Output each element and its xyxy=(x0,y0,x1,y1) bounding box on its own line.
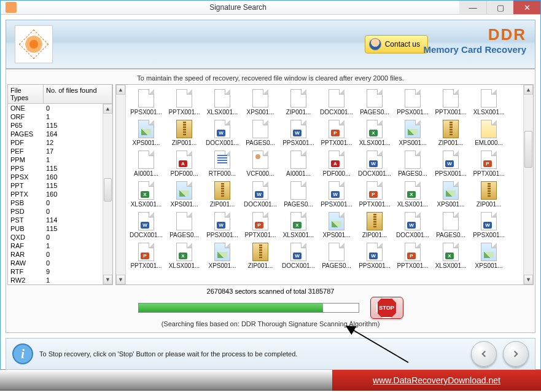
file-item[interactable]: XPS001... xyxy=(203,241,241,269)
file-item[interactable]: RTF000... xyxy=(203,149,241,177)
file-item[interactable]: WDOCX001... xyxy=(127,210,165,238)
next-button[interactable] xyxy=(503,341,529,367)
file-item[interactable]: PAGES0... xyxy=(241,118,279,146)
file-item[interactable]: XXLSX001... xyxy=(279,210,317,238)
file-item[interactable]: ZIP001... xyxy=(241,241,279,269)
file-item[interactable]: AI0001... xyxy=(127,149,165,177)
table-row[interactable]: PSD0 xyxy=(8,207,112,216)
file-item[interactable]: PAGES0... xyxy=(356,87,394,116)
files-scrollbar-right[interactable]: ▲ ▼ xyxy=(523,85,533,284)
table-row[interactable]: ORF1 xyxy=(8,112,112,121)
table-row[interactable]: RAR0 xyxy=(8,250,112,259)
file-item[interactable]: XPS001... xyxy=(470,241,508,269)
table-row[interactable]: RAW0 xyxy=(8,259,112,267)
file-item[interactable]: PPPTX001... xyxy=(241,210,279,238)
file-item[interactable]: WDOCX001... xyxy=(394,210,432,238)
file-item[interactable]: ZIP001... xyxy=(165,118,203,146)
minimize-button[interactable]: — xyxy=(459,1,486,14)
file-item[interactable]: ZIP001... xyxy=(356,210,394,238)
file-item[interactable]: XPS001... xyxy=(432,179,470,208)
file-item[interactable]: XPS001... xyxy=(241,87,279,116)
file-item[interactable]: ZIP001... xyxy=(432,118,470,146)
file-item[interactable]: XXLSX001... xyxy=(356,118,394,146)
file-item[interactable]: PPSX001... xyxy=(127,87,165,116)
table-row[interactable]: ONE0 xyxy=(8,104,112,112)
files-scrollbar-left[interactable]: ▲ ▼ xyxy=(116,85,126,284)
table-row[interactable]: PPM1 xyxy=(8,155,112,164)
file-item[interactable]: EML000... xyxy=(470,118,508,146)
table-row[interactable]: PUB115 xyxy=(8,224,112,233)
maximize-button[interactable]: ▢ xyxy=(486,1,513,14)
col-header-type[interactable]: File Types xyxy=(8,85,44,103)
table-row[interactable]: PAGES164 xyxy=(8,130,112,138)
file-item[interactable]: WPPSX001... xyxy=(356,241,394,269)
filetypes-scrollbar[interactable]: ▲ ▼ xyxy=(103,104,112,284)
scroll-down-icon[interactable]: ▼ xyxy=(116,275,125,284)
file-item[interactable]: XPS001... xyxy=(394,118,432,146)
table-row[interactable]: RTF9 xyxy=(8,267,112,276)
table-row[interactable]: PPT115 xyxy=(8,181,112,190)
scroll-thumb[interactable] xyxy=(524,131,532,168)
file-item[interactable]: XPS001... xyxy=(317,210,356,238)
file-item[interactable]: PPSX001... xyxy=(394,87,432,116)
file-item[interactable]: XLSX001... xyxy=(203,87,241,116)
file-item[interactable]: WPPSX001... xyxy=(317,179,356,208)
scroll-up-icon[interactable]: ▲ xyxy=(103,104,112,114)
scroll-down-icon[interactable]: ▼ xyxy=(103,275,112,284)
file-item[interactable]: APDF000... xyxy=(317,149,356,177)
file-item[interactable]: PAGES0... xyxy=(317,241,356,269)
file-item[interactable]: PPPTX001... xyxy=(356,179,394,208)
file-item[interactable]: VCF000... xyxy=(241,149,279,177)
file-item[interactable]: XXLSX001... xyxy=(394,179,432,208)
table-row[interactable]: PPSX160 xyxy=(8,173,112,181)
file-item[interactable]: WDOCX001... xyxy=(203,118,241,146)
table-row[interactable]: PDF12 xyxy=(8,138,112,147)
file-item[interactable]: XXLSX001... xyxy=(127,179,165,208)
file-item[interactable]: PPPTX001... xyxy=(394,241,432,269)
table-row[interactable]: PPS115 xyxy=(8,164,112,173)
file-item[interactable]: PAGES0... xyxy=(394,149,432,177)
file-item[interactable]: WDOCX001... xyxy=(356,149,394,177)
website-link[interactable]: www.DataRecoveryDownload.net xyxy=(332,370,541,391)
file-item[interactable]: XPS001... xyxy=(127,118,165,146)
file-item[interactable]: XPS001... xyxy=(165,179,203,208)
file-item[interactable]: APDF000... xyxy=(165,149,203,177)
col-header-count[interactable]: No. of files found xyxy=(44,85,112,103)
file-item[interactable]: ZIP001... xyxy=(203,179,241,208)
table-row[interactable]: P65115 xyxy=(8,121,112,130)
table-row[interactable]: QXD0 xyxy=(8,233,112,241)
table-row[interactable]: PST114 xyxy=(8,216,112,224)
scroll-up-icon[interactable]: ▲ xyxy=(116,85,125,95)
file-item[interactable]: PPTX001... xyxy=(432,87,470,116)
file-item[interactable]: WDOCX001... xyxy=(241,179,279,208)
table-row[interactable]: RAF1 xyxy=(8,241,112,250)
contact-us-button[interactable]: Contact us xyxy=(365,35,428,53)
file-item[interactable]: XXLSX001... xyxy=(165,241,203,269)
file-item[interactable]: WPPSX001... xyxy=(432,149,470,177)
file-item[interactable]: PAGES0... xyxy=(279,179,317,208)
file-item[interactable]: WDOCX001... xyxy=(279,241,317,269)
scroll-down-icon[interactable]: ▼ xyxy=(524,275,533,284)
scroll-up-icon[interactable]: ▲ xyxy=(524,85,533,95)
scroll-thumb[interactable] xyxy=(104,178,112,202)
close-button[interactable]: ✕ xyxy=(513,1,540,14)
file-item[interactable]: AI0001... xyxy=(279,149,317,177)
stop-button[interactable]: STOP xyxy=(370,297,403,319)
file-item[interactable]: XXLSX001... xyxy=(432,241,470,269)
file-item[interactable]: PPPTX001... xyxy=(317,118,356,146)
file-item[interactable]: PAGES0... xyxy=(432,210,470,238)
table-row[interactable]: PSB0 xyxy=(8,198,112,207)
file-item[interactable]: DOCX001... xyxy=(317,87,356,116)
file-item[interactable]: XLSX001... xyxy=(470,87,508,116)
file-item[interactable]: PPTX001... xyxy=(165,87,203,116)
file-item[interactable]: PPPTX001... xyxy=(127,241,165,269)
file-item[interactable]: WPPSX001... xyxy=(203,210,241,238)
table-row[interactable]: RW21 xyxy=(8,276,112,284)
file-item[interactable]: ZIP001... xyxy=(470,179,508,208)
file-item[interactable]: PAGES0... xyxy=(165,210,203,238)
file-item[interactable]: ZIP001... xyxy=(279,87,317,116)
file-item[interactable]: PPPTX001... xyxy=(470,149,508,177)
back-button[interactable] xyxy=(471,341,497,367)
file-item[interactable]: WPPSX001... xyxy=(279,118,317,146)
table-row[interactable]: PPTX160 xyxy=(8,190,112,198)
